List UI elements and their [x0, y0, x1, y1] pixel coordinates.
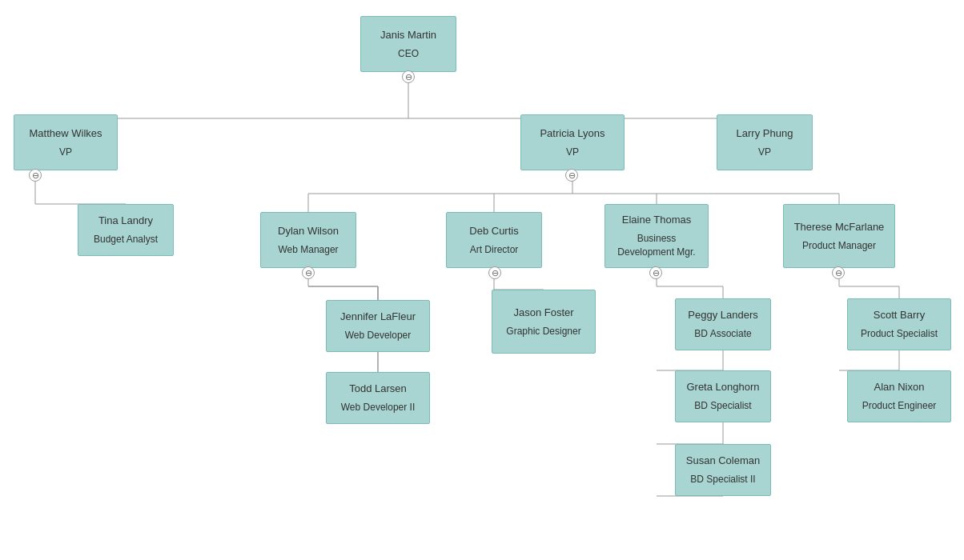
- node-elaine: Elaine Thomas Business Development Mgr.: [605, 204, 709, 268]
- collapse-patricia[interactable]: ⊖: [565, 169, 578, 182]
- node-janis-title: CEO: [398, 47, 419, 61]
- collapse-dylan[interactable]: ⊖: [302, 266, 315, 279]
- collapse-janis[interactable]: ⊖: [402, 70, 415, 83]
- node-scott: Scott Barry Product Specialist: [847, 298, 951, 350]
- node-matthew: Matthew Wilkes VP: [14, 114, 118, 170]
- node-greta-name: Greta Longhorn: [686, 380, 759, 394]
- node-peggy-title: BD Associate: [694, 327, 751, 341]
- node-todd: Todd Larsen Web Developer II: [326, 372, 430, 424]
- node-peggy-name: Peggy Landers: [688, 308, 757, 322]
- node-greta: Greta Longhorn BD Specialist: [675, 370, 771, 422]
- node-elaine-title: Business Development Mgr.: [613, 232, 700, 259]
- node-therese-title: Product Manager: [802, 239, 876, 253]
- node-susan: Susan Coleman BD Specialist II: [675, 444, 771, 496]
- connector-lines: [0, 0, 964, 560]
- node-alan-title: Product Engineer: [862, 399, 937, 413]
- node-susan-title: BD Specialist II: [690, 473, 755, 486]
- node-jennifer-name: Jennifer LaFleur: [340, 310, 416, 324]
- node-todd-name: Todd Larsen: [349, 382, 407, 396]
- node-scott-name: Scott Barry: [874, 308, 925, 322]
- node-alan-name: Alan Nixon: [874, 380, 925, 394]
- node-larry: Larry Phung VP: [717, 114, 813, 170]
- collapse-elaine[interactable]: ⊖: [649, 266, 662, 279]
- node-tina: Tina Landry Budget Analyst: [78, 204, 174, 256]
- node-dylan-name: Dylan Wilson: [278, 224, 339, 238]
- node-peggy: Peggy Landers BD Associate: [675, 298, 771, 350]
- node-patricia-title: VP: [566, 146, 579, 159]
- collapse-matthew[interactable]: ⊖: [29, 169, 42, 182]
- node-susan-name: Susan Coleman: [686, 454, 761, 468]
- node-elaine-name: Elaine Thomas: [622, 213, 691, 227]
- node-patricia: Patricia Lyons VP: [520, 114, 625, 170]
- node-tina-name: Tina Landry: [98, 214, 153, 228]
- node-jason-name: Jason Foster: [513, 306, 573, 320]
- node-therese: Therese McFarlane Product Manager: [783, 204, 895, 268]
- node-larry-title: VP: [758, 146, 771, 159]
- node-matthew-name: Matthew Wilkes: [29, 126, 102, 141]
- node-larry-name: Larry Phung: [737, 126, 793, 141]
- node-dylan: Dylan Wilson Web Manager: [260, 212, 356, 268]
- node-janis: Janis Martin CEO: [360, 16, 456, 72]
- org-chart: Janis Martin CEO ⊖ Matthew Wilkes VP ⊖ P…: [0, 0, 964, 560]
- node-scott-title: Product Specialist: [861, 327, 938, 341]
- node-alan: Alan Nixon Product Engineer: [847, 370, 951, 422]
- node-therese-name: Therese McFarlane: [794, 220, 885, 234]
- node-greta-title: BD Specialist: [694, 399, 751, 413]
- node-jennifer-title: Web Developer: [345, 329, 412, 342]
- node-jason-title: Graphic Designer: [506, 325, 580, 338]
- node-tina-title: Budget Analyst: [94, 233, 158, 246]
- node-janis-name: Janis Martin: [380, 28, 436, 42]
- node-deb: Deb Curtis Art Director: [446, 212, 542, 268]
- node-jason: Jason Foster Graphic Designer: [492, 290, 596, 354]
- node-dylan-title: Web Manager: [278, 243, 338, 257]
- node-deb-name: Deb Curtis: [469, 224, 518, 238]
- node-patricia-name: Patricia Lyons: [540, 126, 605, 141]
- node-todd-title: Web Developer II: [341, 401, 416, 414]
- node-deb-title: Art Director: [470, 243, 519, 257]
- node-matthew-title: VP: [59, 146, 72, 159]
- collapse-therese[interactable]: ⊖: [832, 266, 845, 279]
- collapse-deb[interactable]: ⊖: [488, 266, 501, 279]
- node-jennifer: Jennifer LaFleur Web Developer: [326, 300, 430, 352]
